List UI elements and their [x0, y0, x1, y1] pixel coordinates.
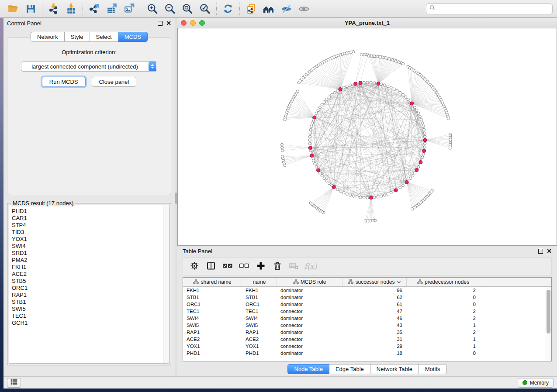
table-row[interactable]: SWI5SWI5connector431: [183, 322, 551, 329]
network-node[interactable]: [325, 179, 328, 182]
deselect-all-rows-button[interactable]: [236, 259, 252, 274]
mcds-result-item[interactable]: TEC1: [12, 313, 163, 320]
network-node[interactable]: [407, 98, 409, 101]
network-node[interactable]: [281, 155, 284, 158]
network-node[interactable]: [373, 82, 376, 84]
network-node[interactable]: [349, 84, 352, 86]
tab-select[interactable]: Select: [90, 32, 118, 42]
mcds-result-item[interactable]: GCR1: [12, 320, 163, 327]
new-network-from-selection-button[interactable]: [242, 1, 260, 17]
network-node[interactable]: [366, 81, 369, 84]
network-node[interactable]: [328, 96, 330, 98]
network-node[interactable]: [399, 91, 401, 94]
network-canvas[interactable]: [177, 28, 557, 246]
network-hub-node[interactable]: [394, 189, 398, 192]
network-node[interactable]: [401, 93, 404, 96]
network-node[interactable]: [339, 190, 342, 193]
zoom-fit-button[interactable]: [179, 1, 196, 17]
mcds-result-item[interactable]: PHD1: [12, 208, 163, 215]
create-column-button[interactable]: [253, 259, 269, 274]
float-panel-icon[interactable]: [158, 21, 163, 26]
network-node[interactable]: [373, 196, 376, 199]
table-settings-button[interactable]: [187, 259, 202, 274]
network-node[interactable]: [310, 125, 313, 127]
network-node[interactable]: [409, 177, 412, 179]
network-node[interactable]: [346, 193, 348, 195]
network-node[interactable]: [422, 125, 425, 127]
mcds-result-item[interactable]: STP4: [12, 222, 163, 229]
network-node[interactable]: [415, 109, 418, 112]
network-node[interactable]: [422, 152, 425, 155]
network-node[interactable]: [323, 100, 325, 103]
network-node[interactable]: [330, 93, 333, 96]
network-node[interactable]: [318, 106, 321, 109]
network-node[interactable]: [414, 106, 416, 109]
network-node[interactable]: [336, 188, 339, 191]
export-image-button[interactable]: [121, 1, 138, 17]
hide-selected-button[interactable]: [277, 1, 295, 17]
network-node[interactable]: [414, 172, 416, 174]
table-row[interactable]: PHD1PHD1dominator180: [183, 350, 551, 357]
column-header-name[interactable]: name: [242, 278, 277, 286]
network-node[interactable]: [370, 81, 372, 84]
mcds-result-item[interactable]: ACE2: [12, 271, 163, 278]
network-node[interactable]: [321, 103, 323, 106]
tab-style[interactable]: Style: [65, 32, 90, 42]
network-node[interactable]: [396, 89, 398, 92]
network-node[interactable]: [423, 132, 426, 134]
network-node[interactable]: [387, 193, 389, 195]
network-node[interactable]: [352, 195, 355, 197]
mcds-result-item[interactable]: CAR1: [12, 215, 163, 222]
network-hub-node[interactable]: [405, 180, 408, 184]
mcds-result-item[interactable]: SWI5: [12, 306, 163, 313]
network-node[interactable]: [311, 122, 314, 124]
network-node[interactable]: [377, 196, 379, 198]
network-node[interactable]: [393, 88, 395, 90]
network-node[interactable]: [424, 135, 426, 138]
network-hub-node[interactable]: [313, 116, 316, 119]
table-row[interactable]: YOX1YOX1connector291: [183, 343, 551, 350]
table-row[interactable]: TEC1TEC1connector472: [183, 308, 551, 315]
network-node[interactable]: [296, 90, 299, 93]
delete-table-button[interactable]: [286, 259, 302, 274]
network-node[interactable]: [280, 143, 283, 146]
network-node[interactable]: [390, 86, 392, 89]
network-node[interactable]: [401, 62, 404, 65]
open-file-button[interactable]: [4, 1, 22, 17]
tab-motifs[interactable]: Motifs: [419, 364, 447, 374]
network-node[interactable]: [364, 220, 367, 222]
network-node[interactable]: [315, 165, 318, 168]
network-node[interactable]: [366, 196, 369, 199]
network-node[interactable]: [387, 85, 389, 87]
network-node[interactable]: [423, 128, 426, 131]
network-node[interactable]: [349, 194, 352, 196]
mcds-result-item[interactable]: ORC1: [12, 285, 163, 292]
network-node[interactable]: [447, 117, 450, 120]
column-header-successor-nodes[interactable]: successor nodes: [343, 278, 407, 286]
network-node[interactable]: [314, 162, 316, 165]
network-node[interactable]: [309, 132, 311, 134]
search-input[interactable]: [436, 6, 549, 12]
memory-button[interactable]: Memory: [518, 378, 554, 388]
table-scrollbar[interactable]: [546, 287, 551, 361]
network-hub-node[interactable]: [377, 82, 380, 85]
mcds-result-item[interactable]: YOX1: [12, 236, 163, 243]
zoom-in-button[interactable]: [144, 1, 161, 17]
network-node[interactable]: [309, 128, 312, 131]
network-hub-node[interactable]: [419, 161, 422, 164]
network-node[interactable]: [417, 165, 420, 168]
network-hub-node[interactable]: [354, 82, 357, 86]
close-panel-icon[interactable]: ✕: [166, 21, 171, 26]
network-node[interactable]: [359, 196, 362, 199]
mcds-result-item[interactable]: TID3: [12, 229, 163, 236]
mcds-result-item[interactable]: SRD1: [12, 250, 163, 257]
mcds-result-item[interactable]: RAP1: [12, 292, 163, 299]
network-node[interactable]: [352, 50, 355, 53]
network-node[interactable]: [328, 182, 330, 185]
network-node[interactable]: [401, 184, 404, 187]
network-node[interactable]: [380, 195, 382, 197]
apply-layout-button[interactable]: [219, 1, 237, 17]
task-history-button[interactable]: [7, 378, 21, 388]
mcds-result-item[interactable]: SWI4: [12, 243, 163, 250]
network-node[interactable]: [363, 196, 365, 199]
